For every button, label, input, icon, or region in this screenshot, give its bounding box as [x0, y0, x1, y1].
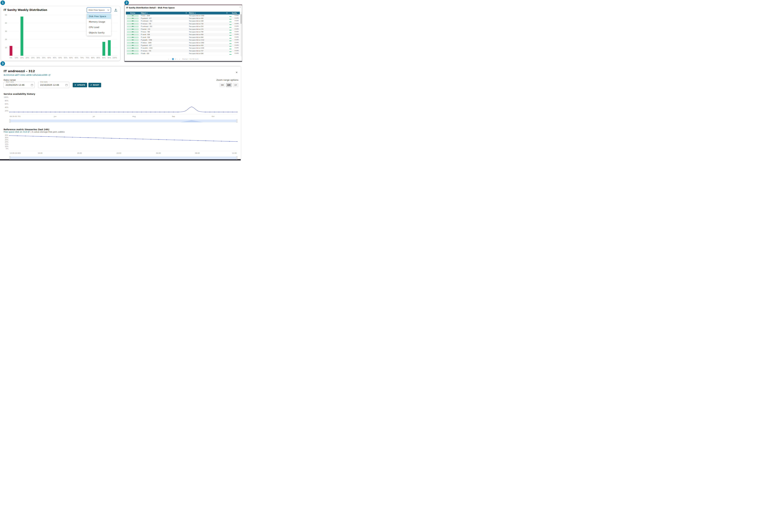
table-row[interactable]: OKIT gargallo – 1096Free space disk on 1…: [126, 39, 240, 42]
page-2-button[interactable]: 2: [175, 58, 176, 60]
reset-label: RESET: [93, 84, 99, 86]
svg-text:40%: 40%: [48, 57, 51, 59]
menu-item-objects-sanity[interactable]: Objects Sanity: [87, 30, 111, 35]
column-header-object[interactable]: Object ⇅: [140, 12, 188, 14]
sort-icon[interactable]: ⇅: [194, 12, 196, 14]
scrollbar-thumb[interactable]: [241, 14, 241, 24]
reference-section-title: Reference metric timeseries (last 24h): [4, 128, 49, 131]
column-header-metric[interactable]: Metric ⇅: [188, 12, 229, 14]
prev-page-button[interactable]: ‹: [170, 58, 171, 60]
zoom-range-label: Zoom range options: [216, 79, 238, 81]
slider-handle-left[interactable]: [9, 156, 10, 159]
slider-handle-right[interactable]: [236, 119, 237, 123]
table-scrollbar[interactable]: [240, 12, 242, 57]
availability-range-slider[interactable]: [10, 120, 237, 122]
svg-text:50%: 50%: [58, 57, 62, 59]
filter-icon[interactable]: [185, 12, 187, 14]
object-cell: IT gualandi – 417: [140, 18, 188, 19]
close-button[interactable]: ×: [240, 6, 241, 8]
status-cell: OK: [126, 26, 140, 27]
table-row[interactable]: OKIT gualandi – 417Free space disk on 42…: [126, 17, 240, 20]
next-page-button[interactable]: ›: [177, 58, 178, 60]
table-row[interactable]: OKIT travia – 788Free space disk on 7901…: [126, 31, 240, 33]
object-detail-modal: IT andreozzi - 312 × 8c33141d-abf7-434c-…: [0, 67, 241, 160]
metric-select[interactable]: Disk Free Space: [87, 7, 111, 13]
page-1-button[interactable]: 1: [172, 58, 174, 60]
svg-text:80%: 80%: [91, 57, 95, 59]
svg-text:35%: 35%: [5, 134, 8, 136]
sanity-cell: 13.68%: [229, 36, 240, 39]
table-row[interactable]: OKIT gualandi – 417Free space disk on 41…: [126, 44, 240, 47]
sanity-bar: [229, 46, 232, 47]
menu-item-disk-free-space[interactable]: Disk Free Space: [87, 13, 111, 19]
status-cell: OK: [126, 50, 140, 52]
object-cell: IT andreozzi – 312: [140, 20, 188, 22]
svg-text:100%: 100%: [4, 96, 8, 98]
menu-item-memory-usage[interactable]: Memory Usage: [87, 19, 111, 24]
table-row[interactable]: OKIT monaco – 725Free space disk on 7271…: [126, 50, 240, 52]
table-row[interactable]: OKIT monaco – 725Free space disk on 7341…: [126, 22, 240, 25]
reference-range-slider[interactable]: [10, 157, 237, 159]
uuid-link[interactable]: 8c33141d-abf7-434c-a656-1dfa3abce099: [4, 74, 51, 76]
date-controls: Start date 22/04/2025 12:46 End date 22/…: [4, 82, 101, 88]
first-page-button[interactable]: «: [168, 58, 169, 60]
metric-cell: Free space disk on 790: [188, 31, 229, 33]
metric-cell: Free space disk on 1658: [188, 15, 229, 16]
metric-cell: Free space disk on 944: [188, 37, 229, 38]
table-row[interactable]: OKIT lettiere – 1600Free space disk on 1…: [126, 42, 240, 44]
svg-text:12:00: 12:00: [232, 152, 237, 154]
table-row[interactable]: OKIT andreozzi – 312Free space disk on 3…: [126, 20, 240, 22]
svg-text:10%: 10%: [5, 146, 8, 147]
zoom-1y-button[interactable]: 1Y: [233, 83, 238, 87]
svg-text:70%: 70%: [80, 57, 84, 59]
table-row[interactable]: OKIT canali – 928Free space disk on 9441…: [126, 36, 240, 39]
calendar-icon[interactable]: [31, 84, 33, 86]
zoom-6m-button[interactable]: 6M: [226, 83, 232, 87]
external-link-icon: [49, 74, 51, 76]
status-badge: OK: [127, 45, 139, 46]
svg-text:40: 40: [5, 22, 7, 24]
table-row[interactable]: OKIT canali – 928Free space disk on 9301…: [126, 33, 240, 36]
svg-text:15%: 15%: [5, 143, 8, 145]
object-cell: IT bixio – 1649: [140, 15, 188, 16]
sanity-cell: 13.68%: [229, 31, 240, 33]
end-date-field[interactable]: End date 22/10/2025 12:46: [38, 82, 69, 88]
zoom-3m-button[interactable]: 3M: [219, 83, 225, 87]
status-badge: OK: [127, 23, 139, 25]
download-button[interactable]: [114, 8, 118, 12]
table-row[interactable]: OKIT rossellini – 1033Free space disk on…: [126, 47, 240, 50]
metric-cell: Free space disk on 314: [188, 26, 229, 27]
filter-icon[interactable]: [226, 12, 228, 14]
pagination-summary: Showing 1 - 30 of 48 results: [182, 58, 199, 60]
sanity-bar: [229, 38, 232, 39]
metric-link[interactable]: Free space disk on 314: [4, 131, 29, 133]
update-label: UPDATE: [77, 84, 85, 86]
close-button[interactable]: ×: [236, 71, 238, 74]
status-cell: OK: [126, 39, 140, 41]
status-cell: OK: [126, 36, 140, 38]
slider-handle-right[interactable]: [236, 156, 237, 159]
svg-text:Sep: Sep: [172, 116, 175, 117]
table-row[interactable]: OKIT andreozzi – 312Free space disk on 3…: [126, 25, 240, 28]
column-header-status[interactable]: Status: [126, 12, 140, 14]
svg-text:16:00: 16:00: [38, 152, 43, 154]
column-header-sanity[interactable]: Sanity: [229, 12, 240, 14]
table-row[interactable]: OKIT bertoli – 172Free space disk on 174…: [126, 28, 240, 31]
table-row[interactable]: OKIT balbi – 620Free space disk on 63613…: [126, 52, 240, 55]
last-page-button[interactable]: »: [179, 58, 180, 60]
table-row[interactable]: OKIT bixio – 1649Free space disk on 1658…: [126, 14, 240, 17]
sanity-bar: [229, 41, 232, 41]
sort-icon[interactable]: ⇅: [146, 12, 148, 14]
calendar-icon[interactable]: [65, 84, 68, 86]
status-badge: OK: [127, 20, 139, 22]
svg-text:Jul: Jul: [93, 116, 95, 117]
availability-line-chart: 20%40%60%80%100%08:30:05 701JunJulAugSep…: [2, 95, 238, 118]
sanity-cell: 13.68%: [229, 53, 240, 55]
reset-button[interactable]: ↺ RESET: [88, 83, 101, 87]
update-button[interactable]: ⟳ UPDATE: [73, 83, 87, 87]
reference-metric-row: Free space disk on 314 | it.value.storag…: [4, 131, 65, 133]
sanity-bar: [229, 54, 232, 55]
menu-item-cpu-load[interactable]: CPU Load: [87, 24, 111, 30]
slider-handle-left[interactable]: [9, 119, 10, 123]
start-date-field[interactable]: Start date 22/04/2025 12:46: [4, 82, 35, 88]
